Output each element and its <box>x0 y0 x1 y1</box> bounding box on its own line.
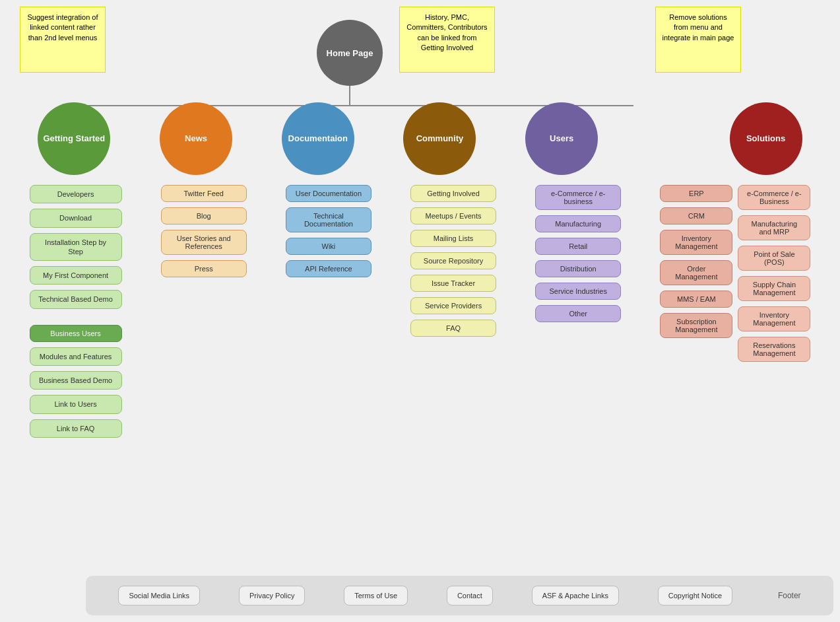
gs-business-demo[interactable]: Business Based Demo <box>30 371 122 390</box>
comm-faq[interactable]: FAQ <box>410 320 496 337</box>
nav-solutions-label: Solutions <box>746 133 785 145</box>
news-blog[interactable]: Blog <box>161 207 247 225</box>
gs-technical-demo[interactable]: Technical Based Demo <box>30 290 122 308</box>
sol-pos[interactable]: Point of Sale (POS) <box>738 246 810 271</box>
sticky-note-2: History, PMC, Committers, Contributors c… <box>399 7 495 73</box>
sol-inventory-mgmt[interactable]: Inventory Management <box>660 230 732 255</box>
home-page-label: Home Page <box>327 48 373 58</box>
gs-modules-features[interactable]: Modules and Features <box>30 347 122 366</box>
sol-mms-eam[interactable]: MMS / EAM <box>660 291 732 308</box>
news-press[interactable]: Press <box>161 260 247 277</box>
footer-label: Footer <box>778 591 801 600</box>
nav-documentation[interactable]: Documentaion <box>282 102 354 175</box>
gs-download[interactable]: Download <box>30 209 122 227</box>
news-twitter[interactable]: Twitter Feed <box>161 185 247 202</box>
users-other[interactable]: Other <box>535 305 621 322</box>
sol-supply-chain[interactable]: Supply Chain Management <box>738 276 810 301</box>
doc-user[interactable]: User Documentation <box>286 185 372 202</box>
gs-business-users[interactable]: Business Users <box>30 325 122 342</box>
solutions-left-column: ERP CRM Inventory Management Order Manag… <box>660 185 732 338</box>
nav-getting-started-label: Getting Started <box>43 133 105 145</box>
comm-mailing-lists[interactable]: Mailing Lists <box>410 230 496 247</box>
columns-container: Developers Download Installation Step by… <box>0 185 840 438</box>
footer-terms-of-use[interactable]: Terms of Use <box>344 586 408 605</box>
doc-wiki[interactable]: Wiki <box>286 238 372 255</box>
nav-circles-row: Getting Started News Documentaion Commun… <box>13 102 827 175</box>
footer-asf-apache[interactable]: ASF & Apache Links <box>532 586 619 605</box>
comm-getting-involved[interactable]: Getting Involved <box>410 185 496 202</box>
comm-meetups[interactable]: Meetups / Events <box>410 207 496 225</box>
sol-inventory-mgmt-r[interactable]: Inventory Management <box>738 306 810 331</box>
sticky-note-3: Remove solutions from menu and integrate… <box>655 7 741 73</box>
footer-social-media[interactable]: Social Media Links <box>118 586 200 605</box>
users-column: e-Commerce / e-business Manufacturing Re… <box>535 185 621 322</box>
community-column: Getting Involved Meetups / Events Mailin… <box>410 185 496 337</box>
solutions-column: ERP CRM Inventory Management Order Manag… <box>660 185 810 362</box>
main-container: Suggest integration of linked content ra… <box>0 0 840 622</box>
gs-developers[interactable]: Developers <box>30 185 122 203</box>
footer-copyright[interactable]: Copyright Notice <box>658 586 732 605</box>
nav-documentation-label: Documentaion <box>288 133 348 145</box>
sol-erp[interactable]: ERP <box>660 185 732 202</box>
sol-crm[interactable]: CRM <box>660 207 732 225</box>
home-page-circle[interactable]: Home Page <box>317 20 383 86</box>
sol-subscription-mgmt[interactable]: Subscription Management <box>660 313 732 338</box>
sticky-note-2-text: History, PMC, Committers, Contributors c… <box>406 13 487 52</box>
doc-api[interactable]: API Reference <box>286 260 372 277</box>
comm-issue-tracker[interactable]: Issue Tracker <box>410 275 496 292</box>
nav-news-label: News <box>185 133 207 145</box>
solutions-container: ERP CRM Inventory Management Order Manag… <box>660 185 810 362</box>
footer: Social Media Links Privacy Policy Terms … <box>86 576 833 615</box>
nav-users[interactable]: Users <box>525 102 598 175</box>
users-ecommerce[interactable]: e-Commerce / e-business <box>535 185 621 210</box>
news-column: Twitter Feed Blog User Stories and Refer… <box>161 185 247 277</box>
gs-link-users[interactable]: Link to Users <box>30 395 122 413</box>
sol-order-mgmt[interactable]: Order Management <box>660 260 732 285</box>
users-distribution[interactable]: Distribution <box>535 260 621 277</box>
users-manufacturing[interactable]: Manufacturing <box>535 215 621 232</box>
sol-manufacturing-mrp[interactable]: Manufacturing and MRP <box>738 215 810 240</box>
getting-started-column: Developers Download Installation Step by… <box>30 185 122 438</box>
users-service-industries[interactable]: Service Industries <box>535 283 621 300</box>
sol-reservations[interactable]: Reservations Management <box>738 337 810 362</box>
footer-contact[interactable]: Contact <box>447 586 493 605</box>
gs-first-component[interactable]: My First Component <box>30 266 122 285</box>
sticky-note-1-text: Suggest integration of linked content ra… <box>27 13 98 42</box>
gs-installation[interactable]: Installation Step by Step <box>30 233 122 261</box>
gs-link-faq[interactable]: Link to FAQ <box>30 419 122 438</box>
nav-community[interactable]: Community <box>403 102 476 175</box>
nav-getting-started[interactable]: Getting Started <box>38 102 110 175</box>
footer-privacy-policy[interactable]: Privacy Policy <box>239 586 305 605</box>
news-user-stories[interactable]: User Stories and References <box>161 230 247 255</box>
comm-source-repo[interactable]: Source Repository <box>410 252 496 269</box>
documentation-column: User Documentation Technical Documentati… <box>286 185 372 277</box>
nav-solutions[interactable]: Solutions <box>730 102 802 175</box>
nav-users-label: Users <box>550 133 573 145</box>
sticky-note-3-text: Remove solutions from menu and integrate… <box>662 13 734 42</box>
sticky-note-1: Suggest integration of linked content ra… <box>20 7 106 73</box>
nav-community-label: Community <box>416 133 464 145</box>
sol-ecommerce-r[interactable]: e-Commerce / e-Business <box>738 185 810 210</box>
comm-service-providers[interactable]: Service Providers <box>410 297 496 314</box>
solutions-right-column: e-Commerce / e-Business Manufacturing an… <box>738 185 810 362</box>
users-retail[interactable]: Retail <box>535 238 621 255</box>
nav-news[interactable]: News <box>160 102 232 175</box>
doc-technical[interactable]: Technical Documentation <box>286 207 372 232</box>
